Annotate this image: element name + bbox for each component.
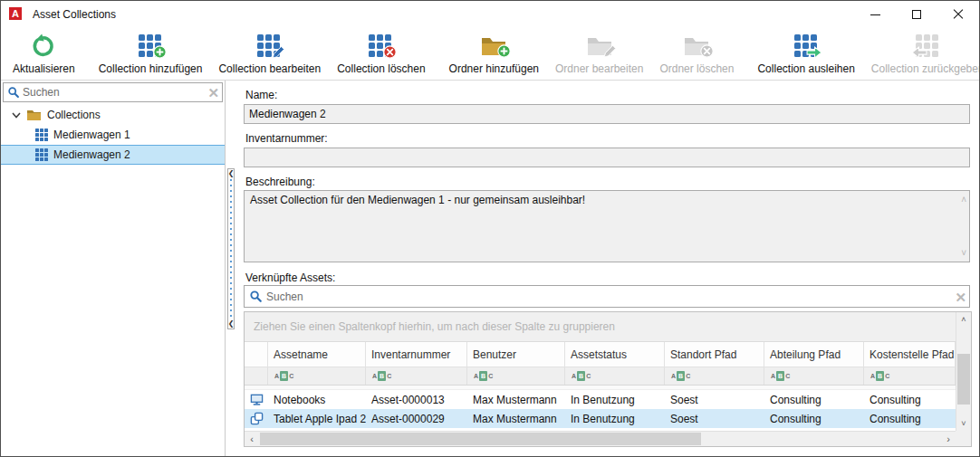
inventory-number-field[interactable] [244,148,970,167]
folder-delete-button: Ordner löschen [651,28,742,80]
asset-row-tablet[interactable]: Tablet Apple Ipad 2... Asset-0000029 Max… [245,409,956,428]
refresh-button[interactable]: Aktualisieren [5,28,83,80]
collections-tree: Collections Medienwagen 1 Medienwagen 2 [1,105,225,165]
collection-checkout-label: Collection ausleihen [757,62,854,75]
chevron-down-icon[interactable] [10,109,23,121]
scroll-right-icon[interactable]: › [941,432,956,446]
icon-column-header[interactable] [245,342,268,367]
grid-header-row: Assetname Inventarnummer Benutzer Assets… [245,342,956,367]
group-by-hint: Ziehen Sie einen Spaltenkopf hierhin, um… [254,320,615,333]
folder-add-label: Ordner hinzufügen [449,62,539,75]
group-by-panel[interactable]: Ziehen Sie einen Spaltenkopf hierhin, um… [245,312,956,342]
grid-cell: Soest [665,413,764,425]
window-title: Asset Collections [33,8,116,21]
scroll-up-icon[interactable]: ˄ [961,193,966,206]
grid-cell: Consulting [764,394,864,406]
filter-cell[interactable]: ABC [665,367,764,385]
vertical-scroll-thumb[interactable] [957,354,970,405]
filter-cell[interactable]: ABC [764,367,864,385]
column-header-benutzer[interactable]: Benutzer [467,342,565,367]
monitor-icon [250,393,264,406]
collection-delete-button[interactable]: Collection löschen [329,28,433,80]
column-header-abteilung-pfad[interactable]: Abteilung Pfad [764,342,864,367]
filter-cell[interactable] [245,367,268,385]
column-header-kostenstelle-pfad[interactable]: Kostenstelle Pfad [864,342,956,367]
collection-checkout-icon [794,32,819,61]
abc-filter-icon: ABC [670,371,691,381]
inventory-number-label: Inventarnummer: [245,132,328,145]
filter-cell[interactable]: ABC [565,367,665,385]
close-button[interactable] [937,1,979,28]
tree-node-medienwagen-2[interactable]: Medienwagen 2 [1,145,225,165]
grid-cell: In Benutzung [565,413,665,425]
name-field[interactable]: Medienwagen 2 [244,104,970,124]
scroll-down-icon[interactable]: ˅ [961,246,966,260]
refresh-label: Aktualisieren [13,62,75,75]
column-header-assetstatus[interactable]: Assetstatus [565,342,665,367]
collapse-left-icon[interactable]: ❮ [228,320,235,328]
grid-cell: Consulting [764,413,864,425]
grid-cell: Consulting [864,413,956,425]
clear-search-icon[interactable]: ✕ [207,84,219,101]
panel-splitter[interactable]: ❮ ❮ [227,168,235,329]
folder-icon [26,109,42,121]
collection-icon [35,148,48,161]
grid-filter-row: ABC ABC ABC ABC ABC ABC ABC [245,367,956,386]
asset-row-notebooks[interactable]: Notebooks Asset-0000013 Max Mustermann I… [245,390,956,409]
collection-return-icon [916,32,940,61]
description-field[interactable]: Asset Collection für den Medienwagen 1 -… [244,190,970,262]
sidebar-search-input[interactable] [23,86,202,99]
collection-add-button[interactable]: Collection hinzufügen [91,28,211,80]
scroll-up-icon[interactable]: ˄ [956,312,971,327]
folder-delete-label: Ordner löschen [659,62,734,75]
collection-edit-button[interactable]: Collection bearbeiten [210,28,329,80]
abc-filter-icon: ABC [571,371,591,381]
collection-delete-label: Collection löschen [337,62,425,75]
collection-add-icon [139,32,163,61]
folder-add-icon [480,32,507,61]
grid-cell: Asset-0000013 [366,394,467,406]
minimize-icon [870,14,880,15]
clear-search-icon[interactable]: ✕ [955,289,966,306]
collection-delete-icon [369,32,393,61]
collection-return-label: Collection zurückgeben [871,62,980,75]
collections-sidebar: ✕ Collections Medienwagen 1 Medienwag [1,81,226,456]
grid-cell: In Benutzung [565,394,665,406]
collection-add-label: Collection hinzufügen [99,62,203,75]
collection-edit-label: Collection bearbeiten [218,62,321,75]
folder-edit-label: Ordner bearbeiten [555,62,643,75]
app-logo-icon: A [9,7,24,23]
grid-cell: Tablet Apple Ipad 2... [268,413,366,425]
search-icon [249,290,263,303]
tree-node-collections[interactable]: Collections [1,105,225,125]
horizontal-scroll-thumb[interactable] [260,433,701,445]
maximize-icon [912,10,921,19]
horizontal-scrollbar[interactable]: ‹ › [245,431,956,446]
column-header-assetname[interactable]: Assetname [268,342,366,367]
filter-cell[interactable]: ABC [366,367,467,385]
scroll-left-icon[interactable]: ‹ [245,432,259,446]
assets-search-input[interactable] [266,290,947,303]
folder-add-button[interactable]: Ordner hinzufügen [441,28,547,80]
scroll-down-icon[interactable]: ˅ [956,416,971,431]
column-header-inventarnummer[interactable]: Inventarnummer [366,342,467,367]
assets-grid: Ziehen Sie einen Spaltenkopf hierhin, um… [244,311,972,447]
abc-filter-icon: ABC [870,371,890,381]
folder-delete-icon [683,32,710,61]
minimize-button[interactable] [854,1,896,28]
vertical-scrollbar[interactable]: ˄ ˅ [956,312,971,431]
filter-cell[interactable]: ABC [467,367,565,385]
collapse-left-icon[interactable]: ❮ [228,170,235,177]
name-label: Name: [245,89,277,101]
grid-cell: Notebooks [268,394,366,406]
grid-cell: Asset-0000029 [366,413,467,425]
collection-checkout-button[interactable]: Collection ausleihen [749,28,862,80]
maximize-button[interactable] [896,1,937,28]
column-header-standort-pfad[interactable]: Standort Pfad [665,342,764,367]
tree-node-label: Medienwagen 1 [53,129,130,141]
abc-filter-icon: ABC [770,371,791,381]
abc-filter-icon: ABC [371,371,392,381]
tree-node-medienwagen-1[interactable]: Medienwagen 1 [1,125,225,145]
filter-cell[interactable]: ABC [268,367,366,385]
filter-cell[interactable]: ABC [864,367,956,385]
